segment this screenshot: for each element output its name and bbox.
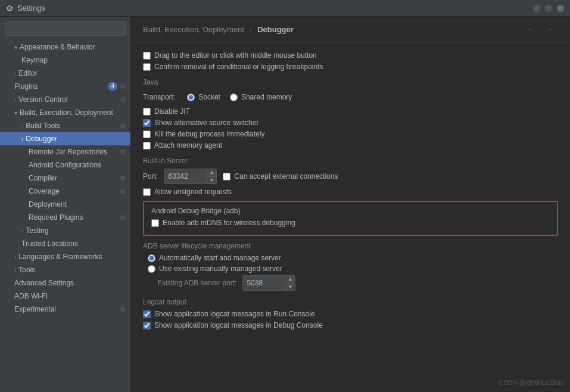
sidebar-item-required-plugins[interactable]: Required Plugins ⚙ xyxy=(0,211,130,224)
builtin-server-label: Built-in Server xyxy=(143,157,558,165)
breadcrumb-path: Build, Execution, Deployment xyxy=(143,25,244,34)
manual-manage-radio[interactable] xyxy=(148,265,155,273)
checkbox-disable-jit: Disable JIT xyxy=(143,107,558,116)
back-button[interactable]: ← xyxy=(522,23,539,36)
checkbox-kill-debug-label: Kill the debug process immediately xyxy=(154,130,264,138)
sidebar-item-plugins[interactable]: Plugins 4 ⚙ xyxy=(0,80,130,93)
existing-port-down-btn[interactable]: ▼ xyxy=(285,283,295,290)
main-layout: ▾ Appearance & Behavior Keymap › Editor … xyxy=(0,17,570,392)
sidebar-item-deployment[interactable]: Deployment xyxy=(0,198,130,211)
sidebar-label: Version Control xyxy=(18,95,67,104)
minimize-btn[interactable] xyxy=(533,5,540,12)
sidebar-item-experimental[interactable]: Experimental ⚙ xyxy=(0,303,130,316)
port-input[interactable] xyxy=(164,171,206,182)
sidebar-item-tools[interactable]: › Tools xyxy=(0,263,130,276)
sidebar-item-build-execution-deployment[interactable]: ▾ Build, Execution, Deployment xyxy=(0,106,130,119)
logcat-debug-console-checkbox[interactable] xyxy=(143,322,151,329)
checkbox-attach-memory-input[interactable] xyxy=(143,142,151,150)
app-icon: ⚙ xyxy=(6,4,14,13)
manual-manage-option[interactable]: Use existing manually managed server xyxy=(148,265,558,273)
sidebar-label: Trusted Locations xyxy=(21,239,78,248)
sidebar-item-testing[interactable]: › Testing xyxy=(0,224,130,237)
sidebar-item-debugger[interactable]: › Debugger xyxy=(0,132,130,145)
can-accept-label: Can accept external connections xyxy=(234,172,338,181)
sidebar-label: Experimental xyxy=(14,305,56,313)
forward-button[interactable]: → xyxy=(541,23,558,36)
sidebar-item-trusted-locations[interactable]: Trusted Locations xyxy=(0,237,130,250)
content-area: Build, Execution, Deployment › Debugger … xyxy=(131,17,570,392)
sidebar-item-editor[interactable]: › Editor xyxy=(0,67,130,80)
sidebar-label: Compiler xyxy=(29,174,57,182)
settings-icon: ⚙ xyxy=(120,122,126,130)
transport-sharedmem-radio[interactable] xyxy=(230,94,238,101)
checkbox-confirm-removal-label: Confirm removal of conditional or loggin… xyxy=(154,63,323,71)
sidebar-item-coverage[interactable]: Coverage ⚙ xyxy=(0,185,130,198)
checkbox-drag-editor-input[interactable] xyxy=(143,52,151,60)
sidebar-label: Tools xyxy=(18,266,35,274)
checkbox-kill-debug: Kill the debug process immediately xyxy=(143,130,558,138)
existing-port-row: Existing ADB server port: ▲ ▼ xyxy=(143,275,558,291)
checkbox-show-alt-switcher-input[interactable] xyxy=(143,119,151,127)
adb-mdns-checkbox[interactable] xyxy=(151,219,159,227)
sidebar-item-remote-jar-repos[interactable]: Remote Jar Repositories ⚙ xyxy=(0,145,130,158)
existing-port-up-btn[interactable]: ▲ xyxy=(285,276,295,283)
window-title: Settings xyxy=(17,4,45,13)
logcat-run-console-checkbox[interactable] xyxy=(143,310,151,318)
logcat-section: Logcat output Show application logcat me… xyxy=(143,298,558,329)
sidebar-label: Deployment xyxy=(29,200,67,209)
breadcrumb-separator: › xyxy=(250,25,252,34)
checkbox-disable-jit-label: Disable JIT xyxy=(154,107,190,116)
allow-unsigned-checkbox[interactable] xyxy=(143,188,151,196)
port-up-btn[interactable]: ▲ xyxy=(207,169,216,176)
checkbox-attach-memory-label: Attach memory agent xyxy=(154,141,222,150)
existing-port-input[interactable] xyxy=(243,278,285,288)
logcat-label: Logcat output xyxy=(143,298,558,306)
search-input[interactable] xyxy=(5,21,126,36)
settings-icon: ⚙ xyxy=(120,96,126,104)
plugin-badge: 4 xyxy=(108,82,117,91)
port-row: Port: ▲ ▼ Can accept external connection… xyxy=(143,169,558,184)
sidebar-label: Appearance & Behavior xyxy=(20,43,95,51)
sidebar-item-languages-frameworks[interactable]: › Languages & Frameworks xyxy=(0,250,130,263)
auto-manage-label: Automatically start and manage server xyxy=(159,254,281,262)
transport-socket-radio[interactable] xyxy=(187,94,195,101)
auto-manage-radio[interactable] xyxy=(148,254,155,262)
checkbox-disable-jit-input[interactable] xyxy=(143,108,151,116)
sidebar-item-compiler[interactable]: Compiler ⚙ xyxy=(0,172,130,185)
transport-sharedmem-option[interactable]: Shared memory xyxy=(230,93,292,101)
settings-icon: ⚙ xyxy=(120,214,126,222)
sidebar-item-keymap[interactable]: Keymap xyxy=(0,54,130,67)
transport-row: Transport: Socket Shared memory xyxy=(143,90,558,104)
sidebar-item-android-configurations[interactable]: Android Configurations xyxy=(0,158,130,172)
transport-sharedmem-label: Shared memory xyxy=(241,93,292,101)
maximize-btn[interactable] xyxy=(545,5,552,12)
port-down-btn[interactable]: ▼ xyxy=(207,176,216,183)
manual-manage-label: Use existing manually managed server xyxy=(159,265,282,273)
expand-arrow: › xyxy=(21,136,23,142)
allow-unsigned-row: Allow unsigned requests xyxy=(143,188,558,196)
checkbox-drag-editor: Drag to the editor or click with middle … xyxy=(143,51,558,60)
sidebar-label: Build, Execution, Deployment xyxy=(20,108,113,117)
sidebar-item-advanced-settings[interactable]: Advanced Settings xyxy=(0,276,130,290)
port-label: Port: xyxy=(143,172,158,181)
existing-port-spinners: ▲ ▼ xyxy=(285,276,295,290)
lifecycle-label: ADB server lifecycle management xyxy=(143,242,558,250)
sidebar-label: Android Configurations xyxy=(29,161,101,169)
sidebar-item-adb-wifi[interactable]: ADB Wi-Fi xyxy=(0,290,130,303)
logcat-run-console-label: Show application logcat messages in Run … xyxy=(154,310,315,318)
close-btn[interactable] xyxy=(557,5,564,12)
checkbox-attach-memory: Attach memory agent xyxy=(143,141,558,150)
sidebar-item-build-tools[interactable]: › Build Tools ⚙ xyxy=(0,119,130,132)
sidebar-label: Advanced Settings xyxy=(14,279,74,287)
checkbox-confirm-removal-input[interactable] xyxy=(143,63,151,71)
adb-mdns-row: Enable adb mDNS for wireless debugging xyxy=(151,219,550,227)
can-accept-checkbox[interactable] xyxy=(223,173,231,181)
expand-arrow: › xyxy=(21,228,23,234)
transport-socket-option[interactable]: Socket xyxy=(187,93,220,101)
settings-icon: ⚙ xyxy=(120,83,126,91)
auto-manage-option[interactable]: Automatically start and manage server xyxy=(148,254,558,262)
transport-socket-label: Socket xyxy=(198,93,220,101)
sidebar-item-version-control[interactable]: › Version Control ⚙ xyxy=(0,93,130,106)
checkbox-kill-debug-input[interactable] xyxy=(143,130,151,138)
sidebar-item-appearance-behavior[interactable]: ▾ Appearance & Behavior xyxy=(0,41,130,54)
